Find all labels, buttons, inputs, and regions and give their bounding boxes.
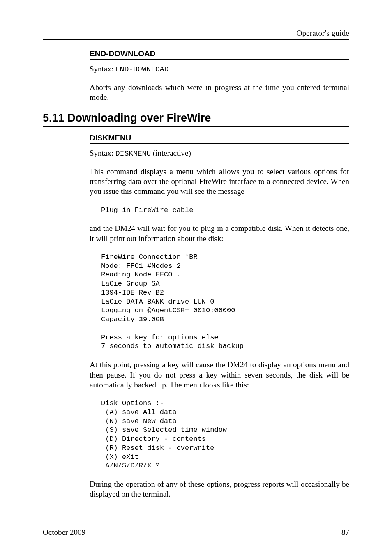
running-header: Operator's guide xyxy=(43,29,349,38)
footer-rule xyxy=(43,521,349,521)
code-block: Disk Options :- (A) save All data (N) sa… xyxy=(90,399,349,470)
syntax-label: Syntax: xyxy=(90,149,115,157)
section-end-download: END-DOWNLOAD Syntax: END-DOWNLOAD Aborts… xyxy=(90,49,349,103)
paragraph: Aborts any downloads which were in progr… xyxy=(90,83,349,103)
syntax-label: Syntax: xyxy=(90,64,115,73)
syntax-line: Syntax: END-DOWNLOAD xyxy=(90,64,349,74)
heading-rule xyxy=(90,59,349,60)
footer-date: October 2009 xyxy=(43,528,85,537)
paragraph: At this point, pressing a key will cause… xyxy=(90,360,349,390)
header-rule xyxy=(43,39,349,40)
syntax-command: END-DOWNLOAD xyxy=(115,65,169,74)
syntax-suffix: (interactive) xyxy=(151,149,191,157)
paragraph: and the DM24 will wait for you to plug i… xyxy=(90,223,349,244)
page-number: 87 xyxy=(341,528,349,537)
heading-end-download: END-DOWNLOAD xyxy=(90,49,349,58)
heading-diskmenu: DISKMENU xyxy=(90,134,349,143)
paragraph: This command displays a menu which allow… xyxy=(90,167,349,197)
syntax-command: DISKMENU xyxy=(115,150,151,158)
page: Operator's guide END-DOWNLOAD Syntax: EN… xyxy=(0,0,392,555)
page-footer: October 2009 87 xyxy=(43,528,349,537)
paragraph: During the operation of any of these opt… xyxy=(90,479,349,500)
section-diskmenu: DISKMENU Syntax: DISKMENU (interactive) … xyxy=(90,134,349,500)
code-block: Plug in FireWire cable xyxy=(90,206,349,215)
heading-rule xyxy=(43,126,349,127)
heading-rule xyxy=(90,143,349,144)
heading-firewire: 5.11 Downloading over FireWire xyxy=(43,112,349,124)
code-block: FireWire Connection *BR Node: FFC1 #Node… xyxy=(90,253,349,351)
syntax-line: Syntax: DISKMENU (interactive) xyxy=(90,149,349,158)
